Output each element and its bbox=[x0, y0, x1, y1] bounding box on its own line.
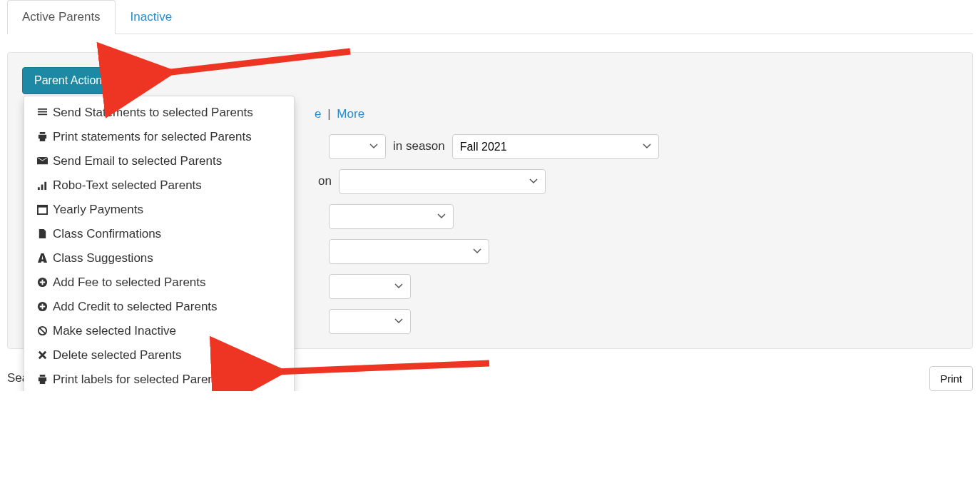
menu-item-label: Class Confirmations bbox=[53, 227, 161, 241]
menu-print-statements[interactable]: Print statements for selected Parents bbox=[24, 125, 294, 149]
svg-line-9 bbox=[39, 328, 45, 334]
annotation-arrow-top bbox=[150, 44, 364, 90]
print-button[interactable]: Print bbox=[929, 366, 973, 391]
filter-select-6[interactable] bbox=[329, 309, 411, 334]
plus-circle-icon bbox=[36, 277, 49, 288]
menu-robo-text[interactable]: Robo-Text selected Parents bbox=[24, 173, 294, 198]
svg-rect-2 bbox=[41, 185, 43, 191]
link-partial[interactable]: e bbox=[315, 107, 321, 121]
tab-active-parents[interactable]: Active Parents bbox=[7, 0, 116, 34]
menu-item-label: Add Fee to selected Parents bbox=[53, 275, 206, 290]
menu-item-label: Make selected Inactive bbox=[53, 324, 176, 338]
caret-down-icon: ▼ bbox=[112, 76, 119, 84]
signal-icon bbox=[36, 180, 49, 191]
in-season-label: in season bbox=[393, 139, 445, 153]
print-icon bbox=[36, 374, 49, 385]
tab-inactive[interactable]: Inactive bbox=[116, 0, 188, 34]
filter-select-1[interactable] bbox=[329, 134, 386, 159]
menu-class-confirmations[interactable]: Class Confirmations bbox=[24, 222, 294, 246]
menu-delete-selected[interactable]: Delete selected Parents bbox=[24, 343, 294, 368]
filter-select-on[interactable] bbox=[339, 169, 546, 194]
print-icon bbox=[36, 131, 49, 142]
link-separator: | bbox=[327, 107, 330, 121]
menu-class-suggestions[interactable]: Class Suggestions bbox=[24, 246, 294, 270]
menu-add-credit[interactable]: Add Credit to selected Parents bbox=[24, 295, 294, 319]
plus-circle-icon bbox=[36, 301, 49, 312]
parent-actions-label: Parent Actions bbox=[34, 74, 108, 87]
tabs: Active Parents Inactive bbox=[7, 0, 973, 34]
menu-item-label: Add Credit to selected Parents bbox=[53, 300, 218, 314]
menu-send-statements[interactable]: Send Statements to selected Parents bbox=[24, 101, 294, 125]
svg-rect-5 bbox=[37, 206, 46, 208]
times-icon bbox=[36, 350, 49, 360]
menu-item-label: Yearly Payments bbox=[53, 203, 143, 217]
link-more[interactable]: More bbox=[337, 107, 364, 121]
file-icon bbox=[36, 228, 49, 239]
menu-item-label: Print statements for selected Parents bbox=[53, 130, 252, 144]
list-icon bbox=[36, 107, 49, 118]
menu-item-label: Delete selected Parents bbox=[53, 348, 182, 363]
menu-item-label: Class Suggestions bbox=[53, 251, 153, 265]
season-select[interactable]: Fall 2021 bbox=[452, 134, 659, 159]
parent-actions-menu: Send Statements to selected Parents Prin… bbox=[24, 96, 295, 391]
menu-item-label: Robo-Text selected Parents bbox=[53, 178, 202, 193]
menu-print-labels[interactable]: Print labels for selected Parents bbox=[24, 368, 294, 391]
filter-select-4[interactable] bbox=[329, 239, 489, 264]
menu-make-inactive[interactable]: Make selected Inactive bbox=[24, 319, 294, 343]
envelope-icon bbox=[36, 156, 49, 166]
menu-item-label: Send Statements to selected Parents bbox=[53, 106, 253, 120]
menu-send-email[interactable]: Send Email to selected Parents bbox=[24, 149, 294, 173]
calendar-icon bbox=[36, 204, 49, 215]
filter-select-3[interactable] bbox=[329, 204, 454, 229]
menu-item-label: Print labels for selected Parents bbox=[53, 373, 224, 387]
filters-panel: Parent Actions ▼ Send Statements to sele… bbox=[7, 52, 973, 349]
menu-yearly-payments[interactable]: Yearly Payments bbox=[24, 198, 294, 222]
ban-icon bbox=[36, 325, 49, 336]
svg-line-0 bbox=[165, 51, 350, 73]
svg-rect-3 bbox=[44, 182, 46, 190]
quick-links: e | More bbox=[315, 107, 958, 121]
menu-item-label: Send Email to selected Parents bbox=[53, 154, 222, 168]
parent-actions-button[interactable]: Parent Actions ▼ bbox=[22, 67, 131, 94]
road-icon bbox=[36, 253, 49, 263]
filter-select-5[interactable] bbox=[329, 274, 411, 299]
svg-rect-1 bbox=[37, 188, 39, 191]
menu-add-fee[interactable]: Add Fee to selected Parents bbox=[24, 270, 294, 295]
on-label: on bbox=[318, 174, 332, 188]
